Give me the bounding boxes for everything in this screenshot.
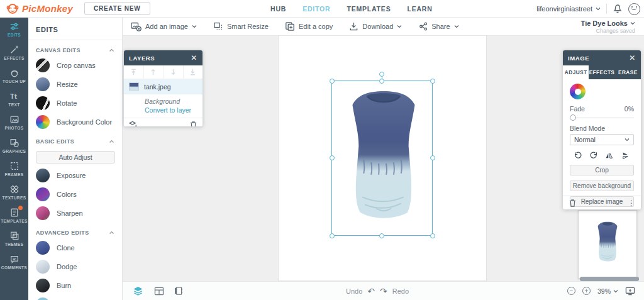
picmonkey-logo[interactable]: PicMonkey [0, 3, 73, 14]
section-basic-edits[interactable]: BASIC EDITS [28, 131, 122, 147]
sharpen-thumbnail [36, 206, 50, 220]
zoom-in-icon[interactable]: + [582, 287, 591, 295]
trash-icon[interactable] [569, 199, 577, 208]
resize-handle-top-center[interactable] [379, 79, 384, 84]
resize-handle-bottom-left[interactable] [330, 233, 335, 238]
graphics-icon [9, 138, 20, 148]
fade-slider[interactable] [570, 114, 634, 121]
add-image-label: Add an image [145, 23, 188, 30]
account-menu[interactable]: lifeonvirginiastreet [536, 5, 601, 13]
kebab-menu-icon[interactable]: ⋮ [628, 199, 635, 207]
redo-icon[interactable]: ↷ [380, 286, 387, 296]
edit-item-resize[interactable]: Resize [28, 75, 122, 94]
remove-background-button[interactable]: Remove background [570, 181, 634, 191]
edit-item-levels[interactable]: Levels [28, 295, 122, 300]
zoom-out-icon[interactable]: − [567, 287, 575, 295]
share-button[interactable]: Share [410, 18, 467, 35]
section-canvas-edits[interactable]: CANVAS EDITS [28, 40, 122, 56]
nav-learn[interactable]: LEARN [407, 5, 432, 13]
add-image-icon [131, 21, 142, 31]
canvas-flip-icon[interactable] [175, 286, 183, 296]
rotate-ccw-icon[interactable] [574, 151, 582, 160]
resize-handle-mid-right[interactable] [430, 155, 435, 160]
rail-item-comments[interactable]: COMMENTS [0, 250, 28, 274]
close-icon[interactable]: ✕ [191, 54, 197, 62]
rail-item-themes[interactable]: A THEMES [0, 227, 28, 250]
tab-effects[interactable]: EFFECTS [589, 65, 614, 79]
rail-item-templates[interactable]: TEMPLATES [0, 204, 28, 227]
zoom-level-select[interactable]: 39% [597, 287, 618, 295]
close-icon[interactable]: ✕ [629, 54, 636, 62]
rotate-cw-icon[interactable] [589, 151, 598, 160]
move-down-button[interactable] [164, 65, 184, 79]
present-icon[interactable] [625, 286, 635, 296]
send-to-back-button[interactable] [184, 65, 203, 79]
section-advanced-edits[interactable]: ADVANCED EDITS [28, 223, 122, 238]
rail-item-photos[interactable]: PHOTOS [0, 111, 28, 134]
resize-handle-top-left[interactable] [330, 79, 335, 84]
edit-copy-button[interactable]: Edit a copy [277, 18, 341, 35]
burn-thumbnail [36, 279, 50, 292]
edit-item-label: Exposure [57, 172, 86, 179]
tab-erase[interactable]: ERASE [615, 65, 641, 79]
flatten-layers-icon[interactable] [129, 121, 138, 127]
nav-editor[interactable]: EDITOR [303, 5, 330, 13]
nav-hub[interactable]: HUB [270, 5, 286, 13]
edit-item-background-color[interactable]: Background Color [28, 113, 122, 131]
sliders-icon [9, 21, 20, 31]
background-layer-row[interactable]: Background Convert to layer [124, 94, 203, 118]
resize-handle-bottom-right[interactable] [430, 233, 435, 238]
auto-adjust-button[interactable]: Auto Adjust [36, 151, 115, 164]
color-wheel[interactable] [570, 84, 586, 99]
edit-item-label: Background Color [57, 118, 112, 126]
bring-to-front-button[interactable] [124, 65, 144, 79]
selection-box[interactable] [331, 81, 433, 236]
convert-to-layer-link[interactable]: Convert to layer [145, 106, 197, 114]
flip-vertical-icon[interactable] [621, 152, 630, 160]
download-label: Download [362, 23, 393, 30]
edit-item-sharpen[interactable]: Sharpen [28, 204, 122, 223]
crop-button[interactable]: Crop [570, 165, 634, 175]
rail-item-frames[interactable]: FRAMES [0, 157, 28, 181]
move-up-button[interactable] [144, 65, 164, 79]
thumbnail-scrollbar[interactable] [580, 277, 639, 281]
resize-handle-mid-left[interactable] [330, 155, 335, 160]
create-new-button[interactable]: CREATE NEW [84, 2, 150, 15]
layer-row-tank[interactable]: tank.jpeg [124, 79, 203, 94]
resize-handle-top-right[interactable] [430, 79, 435, 84]
rail-item-touch-up[interactable]: TOUCH UP [0, 64, 28, 87]
rotate-handle[interactable] [379, 72, 384, 77]
rail-item-edits[interactable]: EDITS [0, 18, 28, 41]
edit-item-burn[interactable]: Burn [28, 276, 122, 295]
layers-toggle-icon[interactable] [133, 286, 143, 296]
rail-item-graphics[interactable]: GRAPHICS [0, 134, 28, 157]
edit-item-colors[interactable]: Colors [28, 185, 122, 204]
flip-horizontal-icon[interactable] [604, 152, 614, 160]
rail-item-text[interactable]: Tt TEXT [0, 87, 28, 111]
add-image-button[interactable]: Add an image [123, 18, 205, 35]
resize-handle-bottom-center[interactable] [379, 233, 384, 238]
divider [606, 4, 607, 14]
trash-icon[interactable] [189, 121, 197, 127]
document-title-menu[interactable]: Tie Dye Looks [581, 19, 635, 27]
smart-resize-label: Smart Resize [227, 23, 269, 30]
edit-item-rotate[interactable]: Rotate [28, 94, 122, 113]
download-button[interactable]: Download [341, 18, 410, 35]
grid-view-icon[interactable] [154, 287, 164, 296]
edit-item-crop-canvas[interactable]: Crop canvas [28, 56, 122, 75]
layers-panel: LAYERS ✕ tank.jpeg Background Convert to… [124, 50, 203, 126]
avatar[interactable] [628, 3, 640, 15]
smart-resize-button[interactable]: Smart Resize [205, 18, 277, 35]
rail-item-effects[interactable]: EFFECTS [0, 41, 28, 64]
undo-icon[interactable]: ↶ [367, 286, 375, 296]
fade-slider-knob[interactable] [570, 114, 576, 121]
blend-mode-select[interactable]: Normal [570, 134, 634, 145]
page-thumbnail[interactable] [578, 210, 637, 279]
nav-templates[interactable]: TEMPLATES [347, 5, 391, 13]
edit-item-exposure[interactable]: Exposure [28, 166, 122, 185]
bell-icon[interactable] [613, 4, 623, 14]
tab-adjust[interactable]: ADJUST [563, 65, 589, 79]
edit-item-clone[interactable]: Clone [28, 238, 122, 257]
rail-item-textures[interactable]: TEXTURES [0, 181, 28, 204]
edit-item-dodge[interactable]: Dodge [28, 257, 122, 276]
